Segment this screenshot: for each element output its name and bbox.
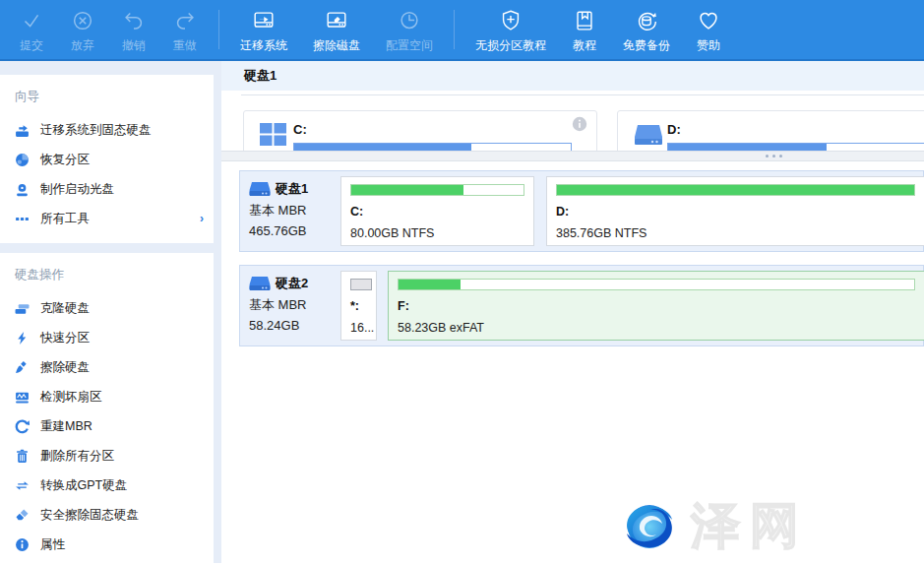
disk-list: 硬盘1 基本 MBR 465.76GB C: 80.00GB NTFS <box>221 161 924 563</box>
disk-drive-icon <box>249 181 271 197</box>
used-space-fill <box>351 185 463 195</box>
disk1-partitions: C: 80.00GB NTFS D: 385.76GB NTFS <box>339 171 923 251</box>
toolbar: 提交 放弃 撤销 重做 迁移系统 擦除磁盘 配置空间 <box>0 0 924 61</box>
volume-card-c[interactable]: C: <box>243 110 597 151</box>
used-space-bar <box>350 279 372 290</box>
sidebar-item-migrate-os-to-ssd[interactable]: 迁移系统到固态硬盘 <box>0 115 214 145</box>
free-backup-button[interactable]: 免费备份 <box>610 0 683 60</box>
clone-disk-icon <box>15 301 30 316</box>
partition-tutorial-icon <box>498 6 524 33</box>
partition-tutorial-button[interactable]: 无损分区教程 <box>462 0 559 60</box>
sidebar-item-secure-erase-ssd[interactable]: 安全擦除固态硬盘 <box>0 500 214 530</box>
sidebar-item-quick-partition[interactable]: 快速分区 <box>0 323 214 352</box>
partition-f[interactable]: F: 58.23GB exFAT <box>388 271 924 341</box>
disk-drive-icon <box>634 123 663 151</box>
bad-sector-icon <box>15 390 30 405</box>
partition-info: 80.00GB NTFS <box>350 226 524 240</box>
sidebar-item-properties[interactable]: 属性 <box>0 530 214 559</box>
sidebar-item-delete-all-partitions[interactable]: 删除所有分区 <box>0 441 214 471</box>
toolbar-separator <box>218 10 219 49</box>
volume-usage-fill <box>294 144 471 151</box>
allocate-space-button[interactable]: 配置空间 <box>373 0 446 60</box>
recover-partition-icon <box>15 153 30 167</box>
windows-logo-icon <box>260 123 286 150</box>
used-space-fill <box>351 280 371 289</box>
disk-size: 58.24GB <box>249 318 339 333</box>
secure-erase-icon <box>15 508 30 523</box>
partition-d[interactable]: D: 385.76GB NTFS <box>546 176 924 246</box>
disk-tab-strip: 硬盘1 <box>221 61 924 91</box>
volume-card-d[interactable]: D: <box>617 110 924 151</box>
sidebar-section-disk-operations: 硬盘操作 克隆硬盘 快速分区 擦除硬盘 <box>0 253 214 565</box>
volume-overview-panel: C: D: <box>221 91 924 151</box>
panel-splitter[interactable] <box>221 151 924 161</box>
free-backup-icon <box>633 6 660 33</box>
discard-icon <box>70 6 95 33</box>
disk1-title: 硬盘1 <box>249 180 339 198</box>
section-title: 硬盘操作 <box>0 259 214 293</box>
disk-name: 硬盘1 <box>276 180 308 198</box>
section-title: 向导 <box>0 81 214 115</box>
tab-disk1[interactable]: 硬盘1 <box>221 67 277 85</box>
sponsor-button[interactable]: 赞助 <box>683 0 734 60</box>
disk2-title: 硬盘2 <box>249 275 339 292</box>
main-panel: 硬盘1 C: D: <box>221 61 924 563</box>
sidebar-section-wizards: 向导 迁移系统到固态硬盘 恢复分区 制作启动光盘 <box>0 75 214 243</box>
partition-c[interactable]: C: 80.00GB NTFS <box>340 176 534 246</box>
discard-button[interactable]: 放弃 <box>57 0 108 60</box>
used-space-fill <box>399 280 461 289</box>
sidebar-item-wipe-hard-drive[interactable]: 擦除硬盘 <box>0 352 214 382</box>
migrate-system-icon <box>250 6 277 33</box>
used-space-bar <box>350 184 524 196</box>
used-space-bar <box>556 184 915 196</box>
undo-button[interactable]: 撤销 <box>108 0 159 60</box>
disk-drive-icon <box>249 276 271 291</box>
sidebar-item-recover-partition[interactable]: 恢复分区 <box>0 145 214 174</box>
redo-button[interactable]: 重做 <box>159 0 211 60</box>
volume-usage-fill <box>668 144 827 151</box>
sidebar-item-convert-to-gpt[interactable]: 转换成GPT硬盘 <box>0 471 214 500</box>
disk-name: 硬盘2 <box>276 275 308 292</box>
check-icon <box>19 6 44 33</box>
sidebar: 向导 迁移系统到固态硬盘 恢复分区 制作启动光盘 <box>0 61 221 563</box>
volume-usage-bar <box>293 143 572 151</box>
disk1-info[interactable]: 硬盘1 基本 MBR 465.76GB <box>240 171 339 251</box>
migrate-ssd-icon <box>15 123 30 138</box>
wipe-disk-button[interactable]: 擦除磁盘 <box>300 0 373 60</box>
sidebar-item-clone-disk[interactable]: 克隆硬盘 <box>0 293 214 323</box>
sidebar-item-all-tools[interactable]: 所有工具 › <box>0 204 214 233</box>
commit-button[interactable]: 提交 <box>6 0 57 60</box>
all-tools-icon <box>15 212 30 226</box>
used-space-fill <box>557 185 914 195</box>
toolbar-separator <box>454 10 455 49</box>
watermark-logo-icon <box>618 497 681 556</box>
delete-partitions-icon <box>15 449 30 464</box>
info-icon[interactable] <box>572 116 587 136</box>
partition-info: 58.23GB exFAT <box>398 321 915 335</box>
properties-icon <box>15 537 30 552</box>
migrate-system-button[interactable]: 迁移系统 <box>227 0 300 60</box>
partition-info: 16... <box>350 321 367 335</box>
volume-letter: C: <box>293 122 307 137</box>
disk-type: 基本 MBR <box>249 296 339 314</box>
tutorial-button[interactable]: 教程 <box>559 0 610 60</box>
sidebar-item-check-bad-sectors[interactable]: 检测坏扇区 <box>0 382 214 411</box>
disk-row-1: 硬盘1 基本 MBR 465.76GB C: 80.00GB NTFS <box>239 170 924 252</box>
undo-icon <box>121 6 147 33</box>
disk2-partitions: *: 16... F: 58.23GB exFAT <box>339 266 923 345</box>
disk-row-2: 硬盘2 基本 MBR 58.24GB *: 16... <box>239 265 924 346</box>
partition-unnamed[interactable]: *: 16... <box>340 271 377 341</box>
sidebar-item-rebuild-mbr[interactable]: 重建MBR <box>0 411 214 441</box>
used-space-bar <box>398 279 915 290</box>
watermark: 泽网 <box>618 493 809 559</box>
volume-usage-bar <box>667 143 924 151</box>
disk-type: 基本 MBR <box>249 202 339 220</box>
volume-letter: D: <box>667 122 681 137</box>
sidebar-item-make-bootable-media[interactable]: 制作启动光盘 <box>0 174 214 204</box>
convert-gpt-icon <box>15 478 30 493</box>
bootable-media-icon <box>15 182 30 197</box>
disk2-info[interactable]: 硬盘2 基本 MBR 58.24GB <box>240 266 339 345</box>
partition-info: 385.76GB NTFS <box>556 226 915 240</box>
disk-size: 465.76GB <box>249 223 339 238</box>
chevron-right-icon: › <box>200 212 204 225</box>
